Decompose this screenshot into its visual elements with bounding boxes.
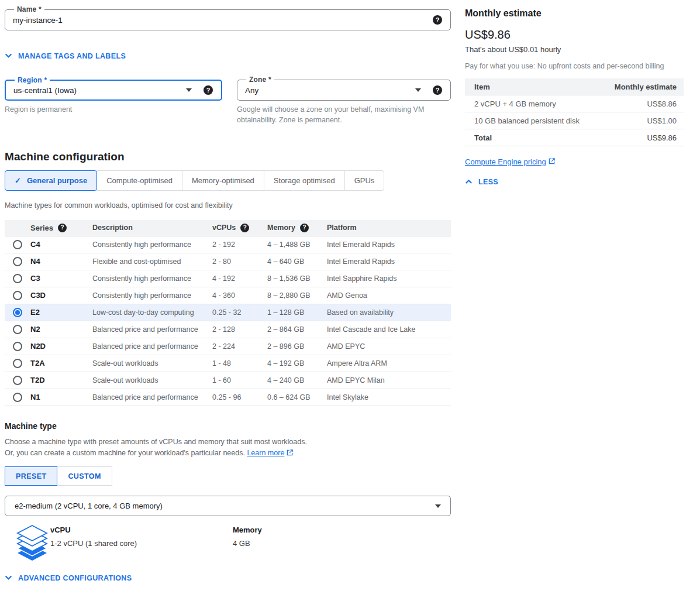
cost-estimate-panel: Monthly estimate US$9.86 That's about US… <box>465 0 684 186</box>
radio-icon[interactable] <box>13 274 22 283</box>
zone-label: Zone * <box>246 75 274 84</box>
tab-general-purpose[interactable]: ✓ General purpose <box>5 170 97 191</box>
region-zone-row: Region * us-central1 (Iowa) ? Region is … <box>5 80 451 125</box>
hourly-estimate-text: That's about US$0.01 hourly <box>465 45 684 54</box>
estimate-row-compute: 2 vCPU + 4 GB memory US$8.86 <box>465 95 684 112</box>
tab-gpus[interactable]: GPUs <box>344 170 385 191</box>
vcpu-value: 1-2 vCPU (1 shared core) <box>50 539 233 548</box>
tab-memory-optimised[interactable]: Memory-optimised <box>182 170 264 191</box>
machine-family-tabs: ✓ General purpose Compute-optimised Memo… <box>5 170 451 191</box>
table-row-n2[interactable]: N2 Balanced price and performance 2 - 12… <box>5 321 451 338</box>
external-link-icon <box>549 157 555 166</box>
estimate-table-header: Item Monthly estimate <box>465 78 684 95</box>
help-icon[interactable]: ? <box>433 85 442 95</box>
layers-icon <box>5 521 50 564</box>
less-label: LESS <box>478 178 498 186</box>
chevron-up-icon <box>465 178 473 186</box>
help-icon[interactable]: ? <box>240 224 249 232</box>
radio-icon[interactable] <box>13 291 22 300</box>
zone-value: Any <box>245 86 415 95</box>
table-row-t2d[interactable]: T2D Scale-out workloads 1 - 60 4 – 240 G… <box>5 372 451 389</box>
machine-config-subtitle: Machine types for common workloads, opti… <box>5 200 451 211</box>
radio-icon[interactable] <box>13 240 22 249</box>
region-value: us-central1 (Iowa) <box>13 86 186 95</box>
tab-storage-optimised[interactable]: Storage optimised <box>264 170 345 191</box>
dropdown-caret-icon <box>186 88 192 92</box>
series-table-header: Series? Description vCPUs? Memory? Platf… <box>5 220 451 236</box>
memory-label: Memory <box>233 526 262 534</box>
table-row-t2a[interactable]: T2A Scale-out workloads 1 - 48 4 – 192 G… <box>5 355 451 372</box>
machine-configuration-title: Machine configuration <box>5 150 451 163</box>
estimate-row-disk: 10 GB balanced persistent disk US$1.00 <box>465 112 684 129</box>
table-row-c4[interactable]: C4 Consistently high performance 2 - 192… <box>5 236 451 253</box>
help-icon[interactable]: ? <box>58 224 67 232</box>
machine-type-description: Choose a machine type with preset amount… <box>5 437 451 460</box>
radio-selected-icon[interactable] <box>13 308 22 317</box>
radio-icon[interactable] <box>13 342 22 351</box>
table-row-e2-selected[interactable]: E2 Low-cost day-to-day computing 0.25 - … <box>5 304 451 321</box>
tab-compute-optimised[interactable]: Compute-optimised <box>96 170 182 191</box>
manage-tags-label: MANAGE TAGS AND LABELS <box>18 52 126 60</box>
less-expander[interactable]: LESS <box>465 178 684 186</box>
zone-helper-text: Google will choose a zone on your behalf… <box>237 104 442 125</box>
check-icon: ✓ <box>15 176 21 185</box>
advanced-configurations-expander[interactable]: ADVANCED CONFIGURATIONS <box>5 574 451 582</box>
table-row-c3d[interactable]: C3D Consistently high performance 4 - 36… <box>5 287 451 304</box>
main-column: Name * my-instance-1 ? MANAGE TAGS AND L… <box>0 0 451 601</box>
dropdown-caret-icon <box>435 504 441 508</box>
compute-engine-pricing-link-row: Compute Engine pricing <box>465 157 555 166</box>
table-row-n4[interactable]: N4 Flexible and cost-optimised 2 - 80 4 … <box>5 253 451 270</box>
monthly-estimate-title: Monthly estimate <box>465 8 684 19</box>
region-label: Region * <box>15 76 50 84</box>
compute-engine-pricing-link[interactable]: Compute Engine pricing <box>465 157 546 166</box>
radio-icon[interactable] <box>13 359 22 368</box>
table-row-c3[interactable]: C3 Consistently high performance 4 - 192… <box>5 270 451 287</box>
region-helper-text: Region is permanent <box>5 104 222 115</box>
preset-button[interactable]: PRESET <box>5 466 57 486</box>
vm-create-page: Name * my-instance-1 ? MANAGE TAGS AND L… <box>0 0 700 601</box>
radio-icon[interactable] <box>13 393 22 402</box>
vcpu-label: vCPU <box>50 526 233 534</box>
learn-more-link[interactable]: Learn more <box>247 449 284 457</box>
machine-type-info: vCPU 1-2 vCPU (1 shared core) Memory 4 G… <box>5 521 451 564</box>
region-select[interactable]: Region * us-central1 (Iowa) ? <box>5 80 222 101</box>
custom-button[interactable]: CUSTOM <box>57 466 112 486</box>
radio-icon[interactable] <box>13 325 22 334</box>
estimate-table: Item Monthly estimate 2 vCPU + 4 GB memo… <box>465 78 684 146</box>
help-icon[interactable]: ? <box>300 224 309 232</box>
table-row-n2d[interactable]: N2D Balanced price and performance 2 - 2… <box>5 338 451 355</box>
preset-custom-toggle: PRESET CUSTOM <box>5 466 451 486</box>
machine-type-select[interactable]: e2-medium (2 vCPU, 1 core, 4 GB memory) <box>5 496 451 516</box>
machine-type-value: e2-medium (2 vCPU, 1 core, 4 GB memory) <box>15 502 435 510</box>
billing-note: Pay for what you use: No upfront costs a… <box>465 62 684 70</box>
dropdown-caret-icon <box>415 88 421 92</box>
series-table: Series? Description vCPUs? Memory? Platf… <box>5 220 451 406</box>
name-field-label: Name * <box>14 5 44 13</box>
radio-icon[interactable] <box>13 257 22 266</box>
estimate-row-total: Total US$9.86 <box>465 129 684 146</box>
external-link-icon <box>287 448 293 459</box>
chevron-down-icon <box>5 52 12 60</box>
zone-select[interactable]: Zone * Any ? <box>237 80 451 101</box>
advanced-configurations-label: ADVANCED CONFIGURATIONS <box>18 574 132 582</box>
manage-tags-expander[interactable]: MANAGE TAGS AND LABELS <box>5 52 451 60</box>
machine-type-title: Machine type <box>5 421 451 431</box>
name-input[interactable]: my-instance-1 <box>13 16 433 25</box>
name-field[interactable]: Name * my-instance-1 ? <box>5 9 451 30</box>
help-icon[interactable]: ? <box>433 15 442 25</box>
memory-value: 4 GB <box>233 539 262 548</box>
chevron-down-icon <box>5 574 12 582</box>
help-icon[interactable]: ? <box>204 85 213 95</box>
monthly-estimate-amount: US$9.86 <box>465 28 684 42</box>
table-row-n1[interactable]: N1 Balanced price and performance 0.25 -… <box>5 389 451 406</box>
radio-icon[interactable] <box>13 376 22 385</box>
